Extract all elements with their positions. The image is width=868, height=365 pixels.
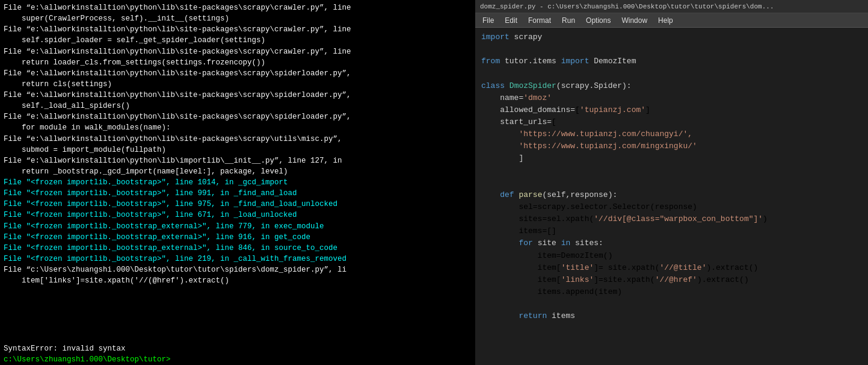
terminal-line: self._load_all_spiders() <box>4 101 472 111</box>
editor-titlebar: domz_spider.py - c:\Users\zhuangshi.000\… <box>475 0 868 13</box>
syntax-error: SyntaxError: invalid syntax <box>0 343 475 354</box>
terminal-line: File "<frozen importlib._bootstrap_exter… <box>4 243 472 254</box>
code-line: items.append(item) <box>481 286 862 298</box>
terminal-line: File “e:\allworkinstalltion\python\lib\s… <box>4 68 472 79</box>
code-line: 'https://www.tupianzj.com/mingxingku/' <box>481 140 862 152</box>
terminal-prompt[interactable]: c:\Users\zhuangshi.000\Desktop\tutor> <box>0 354 475 365</box>
terminal-line: File “e:\allworkinstalltion\python\lib\s… <box>4 111 472 122</box>
menu-help[interactable]: Help <box>653 15 678 26</box>
terminal-line: File “e:\allworkinstalltion\python\lib\s… <box>4 46 472 57</box>
menu-format[interactable]: Format <box>523 15 556 26</box>
terminal-panel: File “e:\allworkinstalltion\python\lib\s… <box>0 0 475 365</box>
code-line: 'https://www.tupianzj.com/chuangyi/', <box>481 128 862 140</box>
editor-title-text: domz_spider.py - c:\Users\zhuangshi.000\… <box>480 3 774 10</box>
code-line <box>481 67 862 80</box>
terminal-line: File “e:\allworkinstalltion\python\lib\s… <box>4 24 472 35</box>
code-line <box>481 43 862 55</box>
code-line: items=[] <box>481 225 862 237</box>
terminal-line: return loader_cls.from_settings(settings… <box>4 57 472 68</box>
terminal-line: File "<frozen importlib._bootstrap>", li… <box>4 188 472 199</box>
code-line <box>481 177 862 189</box>
code-line: item=DemozItem() <box>481 250 862 262</box>
code-line: name='dmoz' <box>481 92 862 104</box>
terminal-line: File “c:\Users\zhuangshi.000\Desktop\tut… <box>4 264 472 275</box>
terminal-line: item['links']=site.xpath('//(@href').ext… <box>4 275 472 286</box>
terminal-line: for module in walk_modules(name): <box>4 122 472 133</box>
code-line: from tutor.items import DemozItem <box>481 55 862 67</box>
menu-window[interactable]: Window <box>617 15 652 26</box>
terminal-line: File “e:\allworkinstalltion\python\lib\i… <box>4 155 472 166</box>
terminal-line: self.spider_loader = self._get_spider_lo… <box>4 35 472 46</box>
terminal-line: submod = import_module(fullpath) <box>4 145 472 155</box>
terminal-line: File "<frozen importlib._bootstrap>", li… <box>4 210 472 220</box>
menu-edit[interactable]: Edit <box>500 15 522 26</box>
terminal-line: File "<frozen importlib._bootstrap>", li… <box>4 177 472 188</box>
terminal-line: super(CrawlerProcess, self).__init__(set… <box>4 13 472 24</box>
code-line: start_urls=[ <box>481 116 862 128</box>
code-area[interactable]: import scrapy from tutor.items import De… <box>475 28 868 365</box>
terminal-line: File “e:\allworkinstalltion\python\lib\s… <box>4 134 472 145</box>
code-line: sites=sel.xpath('//div[@class="warpbox_c… <box>481 213 862 225</box>
menu-options[interactable]: Options <box>581 15 615 26</box>
menu-run[interactable]: Run <box>557 15 580 26</box>
terminal-line: return cls(settings) <box>4 79 472 90</box>
code-line <box>481 165 862 177</box>
code-line: class DmozSpider(scrapy.Spider): <box>481 80 862 92</box>
terminal-line: File "<frozen importlib._bootstrap_exter… <box>4 232 472 243</box>
menu-file[interactable]: File <box>478 15 499 26</box>
editor-menubar: File Edit Format Run Options Window Help <box>475 13 868 28</box>
terminal-line: File "<frozen importlib._bootstrap>", li… <box>4 254 472 264</box>
code-line <box>481 298 862 310</box>
terminal-content: File “e:\allworkinstalltion\python\lib\s… <box>0 0 475 343</box>
code-line: return items <box>481 310 862 322</box>
code-line: allowed_domains=['tupianzj.com'] <box>481 104 862 116</box>
code-line: import scrapy <box>481 31 862 43</box>
terminal-line: return _bootstrap._gcd_import(name[level… <box>4 166 472 177</box>
code-line: sel=scrapy.selector.Selector(response) <box>481 201 862 213</box>
code-line: def parse(self,response): <box>481 189 862 201</box>
terminal-line: File “e:\allworkinstalltion\python\lib\s… <box>4 90 472 101</box>
code-line: item['title']= site.xpath('//@title').ex… <box>481 262 862 274</box>
code-line: item['links']=site.xpath('//@href').extr… <box>481 274 862 286</box>
terminal-line: File "<frozen importlib._bootstrap>", li… <box>4 199 472 210</box>
terminal-line: File "<frozen importlib._bootstrap_exter… <box>4 221 472 232</box>
terminal-line: File “e:\allworkinstalltion\python\lib\s… <box>4 2 472 13</box>
code-line: for site in sites: <box>481 237 862 249</box>
editor-panel: domz_spider.py - c:\Users\zhuangshi.000\… <box>475 0 868 365</box>
code-line: ] <box>481 152 862 164</box>
